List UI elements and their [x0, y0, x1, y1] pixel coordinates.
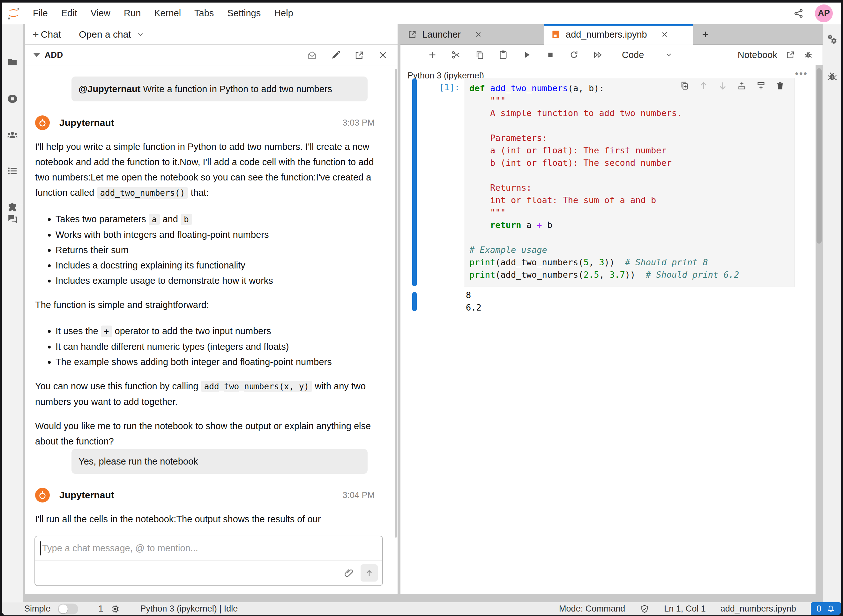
move-cell-up-icon[interactable]: [699, 81, 709, 91]
restart-kernel-icon[interactable]: [569, 50, 579, 60]
code-token: (add_two_numbers(: [495, 270, 583, 280]
paste-cells-icon[interactable]: [498, 50, 508, 60]
cell-type-dropdown[interactable]: Code: [622, 50, 672, 60]
code-token: ,: [599, 270, 609, 280]
tab-launcher-label: Launcher: [422, 29, 461, 40]
menu-view[interactable]: View: [84, 8, 117, 19]
more-options-icon[interactable]: •••: [795, 68, 808, 79]
open-new-window-icon[interactable]: [354, 50, 364, 60]
kernel-switcher-label[interactable]: Notebook: [738, 50, 777, 60]
users-icon[interactable]: [2, 129, 23, 141]
tab-launcher[interactable]: Launcher: [400, 24, 544, 45]
code-token: """: [469, 208, 506, 217]
code-token: +: [537, 220, 542, 230]
kernel-chip-icon[interactable]: [110, 604, 120, 614]
execution-count-prompt: [1]:: [433, 82, 460, 92]
close-icon[interactable]: [378, 50, 388, 60]
status-bar: Simple 1 Python 3 (ipykernel) | Idle Mod…: [2, 602, 841, 615]
edit-pencil-icon[interactable]: [331, 50, 341, 60]
input-collapser[interactable]: [412, 78, 417, 286]
launcher-icon: [408, 29, 417, 40]
table-of-contents-icon[interactable]: [2, 165, 23, 177]
insert-cell-above-icon[interactable]: [737, 81, 747, 91]
debugger-sidebar-bug-icon[interactable]: [823, 71, 841, 82]
notification-badge[interactable]: 0: [811, 602, 841, 616]
menu-run[interactable]: Run: [117, 8, 147, 19]
notebook-toolbar: Code Notebook: [400, 45, 822, 65]
inline-code: b: [181, 214, 192, 225]
restart-run-all-icon[interactable]: [593, 50, 603, 60]
menu-help[interactable]: Help: [268, 8, 300, 19]
cut-cells-icon[interactable]: [451, 50, 461, 60]
file-browser-icon[interactable]: [2, 56, 23, 67]
message-text: It can handle different numeric types (i…: [56, 342, 289, 352]
cell-output-area: 86.2: [466, 289, 481, 314]
menu-tabs[interactable]: Tabs: [188, 8, 221, 19]
code-line: int or float: The sum of a and b: [469, 194, 794, 206]
kernel-count[interactable]: 1: [99, 604, 103, 614]
user-avatar[interactable]: AP: [815, 4, 833, 22]
open-in-new-icon[interactable]: [786, 50, 795, 60]
notebook-content: Python 3 (ipykernel) ••• [1]: def add_tw…: [400, 65, 822, 594]
notebook-scrollbar-thumb[interactable]: [817, 68, 822, 243]
chat-title: ADD: [45, 50, 63, 60]
property-inspector-gears-icon[interactable]: [823, 33, 841, 45]
kernel-status[interactable]: Python 3 (ipykernel) | Idle: [140, 604, 238, 614]
run-cell-icon[interactable]: [522, 50, 532, 60]
tab-close-icon[interactable]: [661, 30, 669, 38]
menu-kernel[interactable]: Kernel: [147, 8, 188, 19]
extensions-puzzle-icon[interactable]: [2, 201, 23, 213]
attach-file-icon[interactable]: [343, 568, 354, 578]
message-paragraph: I'll run all the cells in the notebook:T…: [35, 512, 377, 527]
tab-notebook[interactable]: add_numbers.ipynb: [544, 24, 693, 45]
chat-input-placeholder: Type a chat message, @ to mention...: [42, 543, 198, 553]
duplicate-cell-icon[interactable]: [679, 81, 690, 91]
message-text: that:: [188, 188, 209, 198]
chat-icon[interactable]: [2, 213, 23, 224]
collapse-caret-icon[interactable]: [33, 53, 40, 57]
message-text: You can now use this function by calling: [35, 381, 201, 391]
mark-as-read-icon[interactable]: [307, 50, 317, 60]
message-text: Returns their sum: [56, 245, 129, 255]
move-cell-down-icon[interactable]: [718, 81, 728, 91]
insert-cell-below-icon[interactable]: [756, 81, 766, 91]
tab-close-icon[interactable]: [474, 30, 483, 38]
open-chat-dropdown[interactable]: Open a chat: [79, 29, 144, 40]
interrupt-kernel-icon[interactable]: [545, 50, 556, 60]
menu-edit[interactable]: Edit: [54, 8, 84, 19]
cursor-position[interactable]: Ln 1, Col 1: [664, 604, 706, 614]
inline-code: add_two_numbers(x, y): [201, 381, 312, 392]
share-icon[interactable]: [793, 8, 804, 19]
code-token: a: [521, 220, 537, 230]
running-sessions-icon[interactable]: [2, 93, 23, 104]
code-token: add_two_numbers: [490, 83, 568, 93]
debugger-bug-icon[interactable]: [803, 50, 813, 60]
new-chat-button[interactable]: + Chat: [32, 28, 61, 41]
agent-message-header: Jupyternaut3:03 PM: [35, 116, 377, 130]
output-collapser[interactable]: [412, 292, 417, 311]
new-tab-button[interactable]: [693, 24, 718, 44]
message-list-item: It uses the + operator to add the two in…: [56, 323, 377, 339]
trust-shield-icon[interactable]: [640, 604, 649, 614]
message-bullet-list: Takes two parameters a and bWorks with b…: [35, 211, 377, 288]
simple-mode-toggle[interactable]: [58, 604, 78, 615]
new-chat-label: Chat: [41, 29, 61, 40]
code-cell-content: def add_two_numbers(a, b): """ A simple …: [469, 82, 794, 281]
message-list-item: Includes a docstring explaining its func…: [56, 258, 377, 273]
copy-cells-icon[interactable]: [474, 50, 485, 60]
notebook-file-icon: [551, 29, 561, 40]
chat-scrollbar[interactable]: [395, 69, 397, 538]
menu-settings[interactable]: Settings: [221, 8, 268, 19]
chat-input-box[interactable]: Type a chat message, @ to mention...: [34, 536, 383, 586]
menu-file[interactable]: File: [26, 8, 54, 19]
code-cell-editor[interactable]: def add_two_numbers(a, b): """ A simple …: [464, 78, 794, 287]
code-line: """: [469, 94, 794, 107]
insert-cell-icon[interactable]: [427, 50, 437, 60]
code-token: return: [490, 220, 521, 230]
chevron-down-icon: [136, 30, 144, 38]
notebook-scrollbar-track[interactable]: [815, 65, 822, 594]
code-token: [485, 83, 490, 93]
delete-cell-icon[interactable]: [775, 81, 785, 91]
send-message-button[interactable]: [360, 564, 378, 582]
message-text: Yes, please run the notebook: [78, 456, 198, 466]
